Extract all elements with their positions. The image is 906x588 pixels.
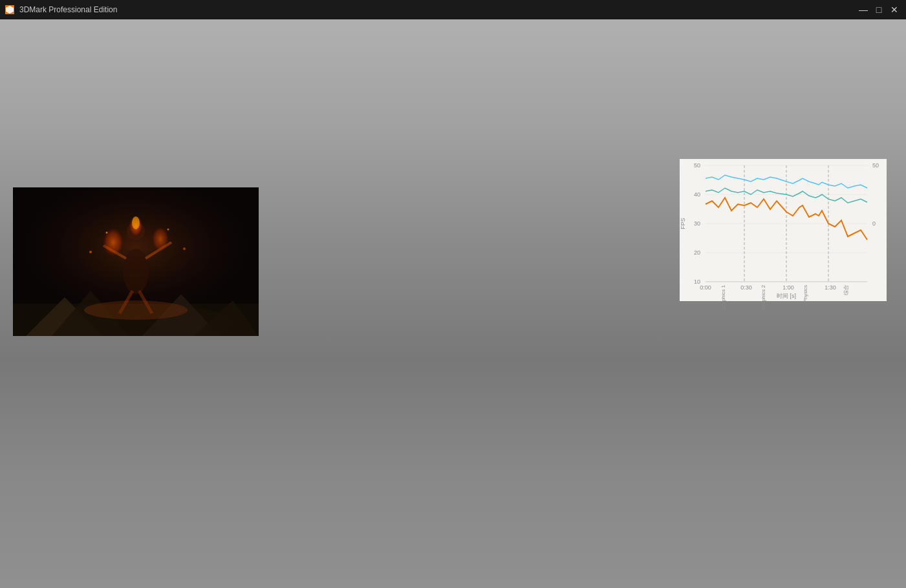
- svg-point-17: [151, 225, 170, 253]
- titlebar-title: 3DMark Professional Edition: [19, 5, 117, 14]
- svg-text:时间 [s]: 时间 [s]: [777, 293, 796, 299]
- chart-area: 50 40 30 20 10 50 0 FPS: [680, 159, 887, 324]
- titlebar: 3DMark Professional Edition — □ ✕: [0, 0, 906, 19]
- svg-text:40: 40: [694, 191, 700, 198]
- close-button[interactable]: ✕: [888, 3, 901, 16]
- svg-text:0:30: 0:30: [740, 284, 752, 291]
- svg-text:30: 30: [694, 220, 700, 227]
- benchmark-artwork: [13, 187, 259, 336]
- svg-text:50: 50: [694, 162, 700, 169]
- svg-marker-0: [6, 6, 14, 14]
- svg-text:Graphics 2: Graphics 2: [760, 284, 766, 310]
- svg-point-21: [89, 251, 92, 253]
- svg-text:综合: 综合: [843, 285, 849, 295]
- svg-text:FPS: FPS: [680, 218, 686, 229]
- svg-text:20: 20: [694, 249, 700, 256]
- titlebar-controls[interactable]: — □ ✕: [857, 3, 901, 16]
- svg-text:50: 50: [872, 162, 879, 169]
- minimize-button[interactable]: —: [857, 3, 870, 16]
- svg-point-20: [84, 300, 188, 320]
- app-logo-icon: [5, 5, 14, 14]
- svg-point-22: [183, 247, 186, 250]
- svg-point-16: [102, 226, 125, 258]
- titlebar-left: 3DMark Professional Edition: [5, 5, 117, 14]
- app-container: 3DMARK 欢迎使用 基准测试 自定义 功能测试 结果 专业 帮助 运行详细信…: [0, 19, 906, 588]
- svg-text:1:00: 1:00: [782, 284, 794, 291]
- svg-text:1:30: 1:30: [825, 284, 836, 291]
- svg-point-24: [167, 229, 169, 231]
- svg-point-19: [132, 216, 140, 229]
- chart-svg: 50 40 30 20 10 50 0 FPS: [680, 159, 887, 314]
- svg-point-10: [123, 249, 149, 294]
- svg-text:Physics: Physics: [803, 285, 808, 303]
- svg-text:0:00: 0:00: [700, 284, 711, 291]
- maximize-button[interactable]: □: [872, 3, 885, 16]
- benchmark-image: [13, 187, 259, 336]
- svg-point-23: [106, 232, 108, 234]
- svg-text:0: 0: [872, 220, 876, 227]
- svg-text:Graphics 1: Graphics 1: [720, 284, 726, 310]
